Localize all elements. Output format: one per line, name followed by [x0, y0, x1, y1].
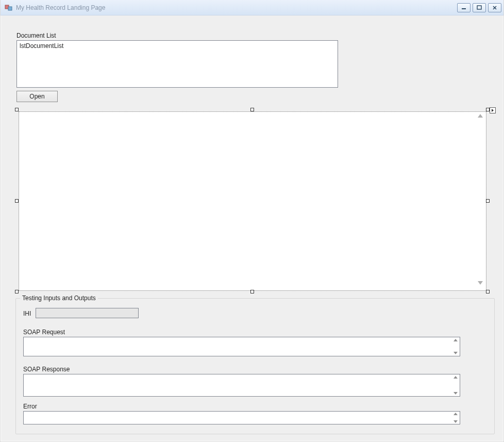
- resize-handle-icon[interactable]: [486, 199, 490, 203]
- client-area: Document List lstDocumentList Open Testi…: [1, 15, 503, 441]
- soap-request-label: SOAP Request: [23, 329, 65, 336]
- app-icon: [5, 4, 13, 12]
- list-item[interactable]: lstDocumentList: [18, 42, 337, 50]
- open-button[interactable]: Open: [16, 91, 58, 102]
- resize-handle-icon[interactable]: [15, 108, 19, 111]
- soap-response-field[interactable]: [23, 374, 460, 397]
- resize-handle-icon[interactable]: [15, 290, 19, 293]
- window-buttons: [457, 3, 501, 12]
- window-title: My Health Record Landing Page: [16, 4, 105, 11]
- resize-handle-icon[interactable]: [250, 290, 254, 293]
- ihi-field[interactable]: [36, 308, 139, 318]
- soap-request-field[interactable]: [23, 337, 460, 356]
- document-list-label: Document List: [16, 32, 56, 39]
- testing-groupbox: Testing Inputs and Outputs IHI SOAP Requ…: [15, 298, 495, 434]
- smart-tag-icon[interactable]: [490, 107, 496, 113]
- resize-handle-icon[interactable]: [15, 199, 19, 203]
- titlebar: My Health Record Landing Page: [1, 0, 503, 15]
- error-label: Error: [23, 403, 37, 410]
- soap-response-label: SOAP Response: [23, 366, 70, 373]
- close-button[interactable]: [488, 3, 501, 12]
- svg-rect-3: [477, 6, 481, 9]
- ihi-label: IHI: [23, 310, 31, 317]
- resize-handle-icon[interactable]: [486, 108, 490, 111]
- resize-handle-icon[interactable]: [250, 108, 254, 111]
- svg-rect-1: [8, 7, 12, 10]
- maximize-button[interactable]: [473, 3, 486, 12]
- scroll-up-icon: [477, 114, 484, 121]
- web-browser-panel[interactable]: [19, 111, 486, 291]
- svg-rect-2: [462, 8, 466, 9]
- groupbox-legend: Testing Inputs and Outputs: [20, 294, 98, 302]
- minimize-button[interactable]: [457, 3, 471, 12]
- error-field[interactable]: [23, 411, 460, 424]
- scroll-down-icon: [477, 281, 484, 288]
- resize-handle-icon[interactable]: [486, 290, 490, 293]
- document-list[interactable]: lstDocumentList: [16, 40, 338, 88]
- app-window: My Health Record Landing Page Document L…: [0, 0, 504, 442]
